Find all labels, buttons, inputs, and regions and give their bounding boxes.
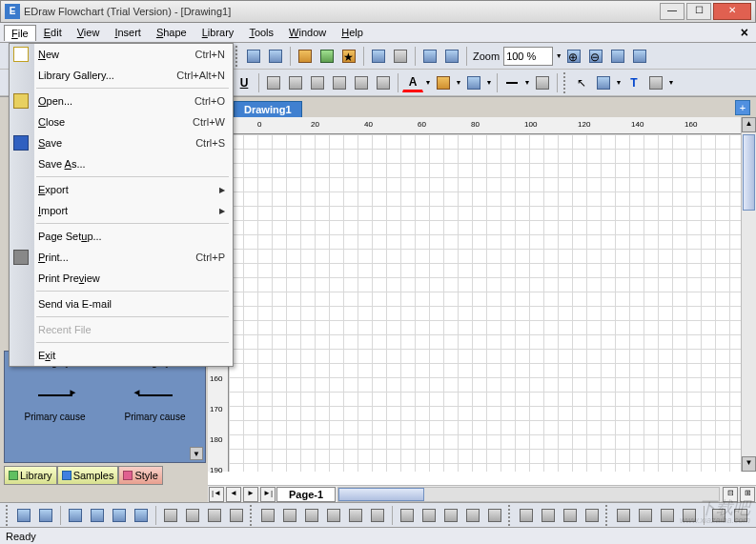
tab-style[interactable]: Style [118,466,162,485]
file-send-email[interactable]: Send via E-mail [10,293,233,314]
prev-page-button[interactable]: ◄ [226,487,241,502]
file-save-as[interactable]: Save As... [10,153,233,174]
file-page-setup[interactable]: Page Setup... [10,226,233,247]
file-exit[interactable]: Exit [10,345,233,366]
scroll-v-thumb[interactable] [743,134,755,211]
connector-tool[interactable] [593,72,614,93]
first-page-button[interactable]: |◄ [209,487,224,502]
line-weight-button[interactable] [532,72,553,93]
zoom-dropdown[interactable]: ▼ [555,46,562,67]
menu-help[interactable]: Help [334,24,371,41]
align-center-button[interactable] [285,72,306,93]
shape-tool[interactable] [645,72,666,93]
font-color-button[interactable]: A [402,73,423,92]
valign-top-button[interactable] [329,72,350,93]
snap-button-2[interactable] [538,505,559,526]
menu-edit[interactable]: Edit [36,24,70,41]
redo-button[interactable] [265,46,286,67]
highlight-dropdown[interactable]: ▼ [455,72,462,93]
font-color-dropdown[interactable]: ▼ [424,72,432,93]
space-button-1[interactable] [613,505,634,526]
file-export[interactable]: Export▶ [10,179,233,200]
zoom-out-button[interactable]: ⊖ [585,46,606,67]
split-button-1[interactable]: ⊟ [723,487,738,502]
maximize-button[interactable]: ☐ [686,3,711,20]
rotate-button-1[interactable] [160,505,181,526]
file-save[interactable]: SaveCtrl+S [10,132,233,153]
bring-forward-button[interactable] [109,505,130,526]
shape-label-1[interactable]: Primary cause [25,412,86,422]
highlight-button[interactable] [433,72,454,93]
snap-button-1[interactable] [516,505,537,526]
snap-button-3[interactable] [560,505,581,526]
underline-button[interactable]: U [234,72,255,93]
arrange-grip-3[interactable] [508,505,513,526]
valign-bot-button[interactable] [373,72,394,93]
flip-h-button[interactable] [204,505,225,526]
menu-shape[interactable]: Shape [149,24,194,41]
arrow-left-shape[interactable] [138,394,173,396]
shape-label-2[interactable]: Primary cause [125,412,186,422]
arrange-grip-4[interactable] [605,505,610,526]
shape-dropdown[interactable]: ▼ [667,72,675,93]
flip-v-button[interactable] [226,505,247,526]
check-button[interactable] [317,46,337,67]
space-button-3[interactable] [657,505,678,526]
star-button[interactable]: ★ [338,46,359,67]
send-backward-button[interactable] [131,505,152,526]
add-document-tab[interactable]: + [735,100,750,115]
connector-dropdown[interactable]: ▼ [615,72,623,93]
file-library-gallery[interactable]: Library Gallery...Ctrl+Alt+N [10,65,233,86]
bring-front-button[interactable] [65,505,86,526]
center-v-button[interactable] [730,505,751,526]
scroll-up-button[interactable]: ▲ [742,117,756,132]
menu-library[interactable]: Library [194,24,242,41]
toolbar-grip-2[interactable] [563,72,568,93]
line-style-button[interactable] [501,72,522,93]
ungroup-button[interactable] [35,505,56,526]
find-button[interactable] [295,46,316,67]
zoom-combo[interactable] [503,47,553,66]
group-button[interactable] [13,505,34,526]
window-arrange-button[interactable] [368,46,389,67]
line-style-dropdown[interactable]: ▼ [523,72,531,93]
menu-insert[interactable]: Insert [107,24,149,41]
zoom-in-button[interactable]: ⊕ [563,46,584,67]
text-tool[interactable]: T [623,72,644,93]
align-m-button[interactable] [345,505,366,526]
rotate-button-2[interactable] [182,505,203,526]
pointer-tool[interactable]: ↖ [571,72,592,93]
close-button[interactable]: ✕ [713,3,751,20]
file-print-preview[interactable]: Print Preview [10,268,233,289]
center-h-button[interactable] [708,505,729,526]
file-open[interactable]: Open...Ctrl+O [10,91,233,111]
toolbar-grip[interactable] [235,46,240,67]
file-new[interactable]: NewCtrl+N [10,44,233,65]
valign-mid-button[interactable] [351,72,372,93]
distribute-h-button[interactable] [397,505,418,526]
vertical-scrollbar[interactable]: ▲ ▼ [741,117,756,472]
same-width-button[interactable] [440,505,461,526]
horizontal-scrollbar[interactable] [337,487,720,502]
arrange-grip-1[interactable] [6,505,10,526]
tab-samples[interactable]: Samples [57,466,119,485]
arrange-grip-2[interactable] [250,505,255,526]
undo-button[interactable] [243,46,264,67]
same-height-button[interactable] [462,505,483,526]
distribute-v-button[interactable] [419,505,439,526]
fill-button[interactable] [463,72,484,93]
drawing-canvas[interactable] [229,134,741,472]
space-button-2[interactable] [635,505,656,526]
tab-library[interactable]: Library [4,466,57,485]
align-t-button[interactable] [323,505,344,526]
next-page-button[interactable]: ► [243,487,258,502]
crop-button[interactable] [390,46,411,67]
align-l-button[interactable] [257,505,278,526]
arrow-right-shape[interactable] [38,394,72,396]
zoom-fit-button[interactable] [607,46,628,67]
align-left-button[interactable] [263,72,284,93]
menu-view[interactable]: View [70,24,108,41]
same-size-button[interactable] [484,505,505,526]
layout-btn-2[interactable] [441,46,462,67]
page-tab-1[interactable]: Page-1 [276,487,336,502]
